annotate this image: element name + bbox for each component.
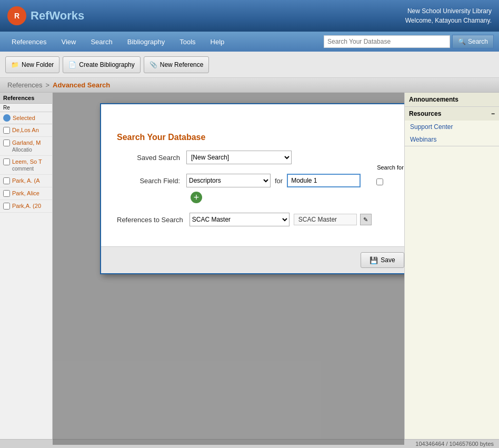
left-panel: References Re Selected De,Los An Garland…: [0, 93, 53, 445]
navbar: References View Search Bibliography Tool…: [0, 32, 499, 52]
advanced-search-modal: Advanced Search X ? Help Search Your Dat…: [100, 103, 404, 274]
refs-value-box: SCAC Master ✎: [294, 214, 372, 225]
selected-label: Selected: [13, 115, 35, 121]
ref-checkbox-2[interactable]: [3, 140, 10, 146]
empty-field-checkbox-area: [376, 176, 383, 185]
ref-sub-3: comment: [12, 166, 42, 172]
list-item[interactable]: Garland, M Allocatio: [0, 137, 52, 156]
list-item[interactable]: Park, Alice: [0, 187, 52, 200]
refs-to-search-row: References to Search SCAC Master All Ref…: [117, 213, 404, 226]
refs-edit-button[interactable]: ✎: [360, 214, 372, 225]
field-select[interactable]: Descriptors Title Author Abstract Keywor…: [186, 174, 271, 187]
nav-search-button[interactable]: 🔍 Search: [452, 35, 494, 48]
logo-ref: Ref: [31, 9, 49, 22]
ref-checkbox-5[interactable]: [3, 190, 10, 197]
nav-search-btn-label: Search: [468, 38, 488, 45]
refs-value-text: SCAC Master: [294, 214, 357, 225]
search-icon: 🔍: [458, 38, 466, 45]
header: R RefWorks New School University Library…: [0, 0, 499, 32]
toolbar: 📁 New Folder 📄 Create Bibliography 📎 New…: [0, 52, 499, 78]
list-item[interactable]: Leem, So T comment: [0, 156, 52, 175]
nav-tools[interactable]: Tools: [173, 35, 202, 49]
for-label: for: [275, 177, 283, 185]
welcome-label: Welcome, Katayoun Chamany.: [405, 16, 492, 25]
logo-works: Works: [49, 9, 84, 22]
bibliography-icon: 📄: [68, 61, 76, 68]
logo-icon: R: [7, 6, 26, 25]
announcements-section: Announcements: [405, 93, 499, 107]
nav-bibliography[interactable]: Bibliography: [121, 35, 172, 49]
institution-label: New School University Library: [405, 6, 492, 16]
modal-search-title: Search Your Database: [117, 133, 205, 142]
ref-name-1: De,Los An: [12, 127, 39, 133]
logo-area: R RefWorks: [7, 6, 84, 25]
ref-checkbox-1[interactable]: [3, 127, 10, 134]
list-item[interactable]: Park,A. (20: [0, 200, 52, 213]
announcements-header: Announcements: [405, 93, 499, 106]
empty-field-label: Search for Empty Field: [377, 164, 404, 171]
search-field-row: Search Field: Descriptors Title Author A…: [117, 174, 404, 187]
nav-view[interactable]: View: [55, 35, 82, 49]
nav-search-bar: 🔍 Search: [324, 35, 494, 48]
nav-search[interactable]: Search: [84, 35, 118, 49]
content-area: Advanced Search X ? Help Search Your Dat…: [53, 93, 404, 445]
folder-icon: 📁: [11, 61, 19, 68]
ref-name-3: Leem, So T: [12, 158, 42, 165]
list-item[interactable]: De,Los An: [0, 124, 52, 137]
breadcrumb-separator: >: [45, 81, 49, 89]
modal-header: Advanced Search X: [101, 104, 404, 122]
new-reference-label: New Reference: [160, 61, 204, 68]
empty-field-checkbox[interactable]: [376, 178, 383, 185]
refs-to-search-label: References to Search: [117, 216, 183, 224]
new-folder-button[interactable]: 📁 New Folder: [5, 56, 59, 73]
logo-text: RefWorks: [31, 9, 84, 23]
new-reference-button[interactable]: 📎 New Reference: [144, 56, 209, 73]
right-sidebar: Announcements Resources − Support Center…: [404, 93, 499, 445]
ref-name-5: Park, Alice: [12, 190, 39, 196]
saved-search-label: Saved Search: [117, 154, 180, 162]
saved-search-row: Saved Search [New Search]: [117, 151, 404, 164]
search-value-input[interactable]: [287, 174, 361, 187]
save-btn-label: Save: [381, 256, 395, 264]
nav-search-input[interactable]: [324, 35, 450, 48]
main-layout: References Re Selected De,Los An Garland…: [0, 93, 499, 445]
breadcrumb-root[interactable]: References: [7, 81, 42, 89]
ref-name-2: Garland, M: [12, 140, 41, 146]
modal-footer: 💾 Save 🔍 Search ↺ Reset: [101, 246, 404, 273]
left-panel-subheader: Re: [0, 104, 52, 112]
add-row-button[interactable]: +: [191, 192, 202, 203]
resources-label: Resources: [409, 110, 441, 117]
webinars-link[interactable]: Webinars: [405, 133, 499, 146]
status-text: 104346464 / 104657600 bytes: [415, 441, 494, 447]
breadcrumb: References > Advanced Search: [0, 78, 499, 93]
add-row-area: +: [191, 192, 404, 203]
selected-dot-icon: [3, 114, 11, 122]
nav-references[interactable]: References: [5, 35, 53, 49]
modal-title: Advanced Search: [107, 109, 169, 117]
support-center-link[interactable]: Support Center: [405, 121, 499, 133]
search-field-label: Search Field:: [117, 177, 180, 185]
ref-name-6: Park,A. (20: [12, 203, 41, 209]
save-button[interactable]: 💾 Save: [361, 252, 404, 268]
resources-section: Resources − Support Center Webinars: [405, 107, 499, 146]
list-item[interactable]: Park, A. (A: [0, 175, 52, 187]
ref-checkbox-4[interactable]: [3, 177, 10, 184]
new-folder-label: New Folder: [22, 61, 54, 68]
edit-icon: ✎: [363, 216, 368, 223]
reference-icon: 📎: [149, 61, 157, 68]
resources-toggle[interactable]: −: [491, 110, 495, 117]
saved-search-select[interactable]: [New Search]: [186, 151, 292, 164]
create-bibliography-button[interactable]: 📄 Create Bibliography: [63, 56, 140, 73]
selected-badge: Selected: [0, 112, 52, 124]
create-bibliography-label: Create Bibliography: [79, 61, 134, 68]
nav-help[interactable]: Help: [204, 35, 231, 49]
header-right: New School University Library Welcome, K…: [405, 6, 492, 25]
ref-checkbox-6[interactable]: [3, 203, 10, 210]
ref-checkbox-3[interactable]: [3, 158, 10, 165]
search-field-container: Search for Empty Field Search Field: Des…: [117, 174, 404, 187]
save-icon: 💾: [370, 256, 378, 264]
left-panel-header: References: [0, 93, 52, 104]
ref-name-4: Park, A. (A: [12, 177, 40, 184]
ref-sub-2: Allocatio: [12, 147, 41, 153]
refs-to-search-select[interactable]: SCAC Master All References: [189, 213, 290, 226]
